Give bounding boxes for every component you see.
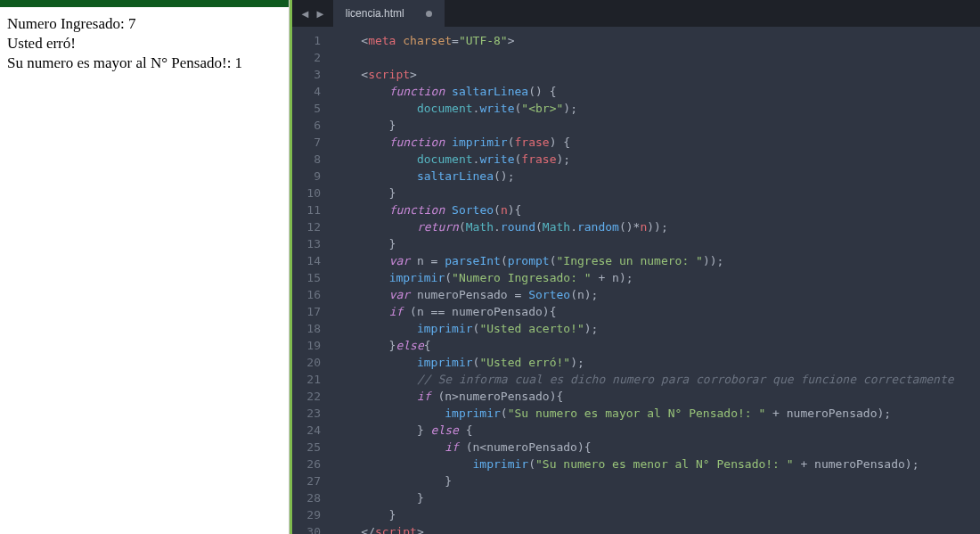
line-number: 25 — [292, 439, 321, 456]
browser-output: Numero Ingresado: 7 Usted erró! Su numer… — [0, 7, 289, 80]
code-line[interactable]: imprimir("Su numero es mayor al N° Pensa… — [333, 405, 980, 422]
code-line[interactable]: imprimir("Usted erró!"); — [333, 354, 980, 371]
code-line[interactable]: } — [333, 472, 980, 489]
code-line[interactable]: function saltarLinea() { — [333, 83, 980, 100]
code-line[interactable]: } else { — [333, 422, 980, 439]
code-line[interactable]: imprimir("Numero Ingresado: " + n); — [333, 269, 980, 286]
line-number: 21 — [292, 371, 321, 388]
line-number: 28 — [292, 489, 321, 506]
line-number: 9 — [292, 168, 321, 185]
line-number: 2 — [292, 49, 321, 66]
code-line[interactable]: function imprimir(frase) { — [333, 134, 980, 151]
code-line[interactable]: document.write(frase); — [333, 151, 980, 168]
code-line[interactable]: if (n == numeroPensado){ — [333, 303, 980, 320]
browser-toolbar — [0, 0, 289, 7]
line-number: 12 — [292, 218, 321, 235]
code-line[interactable]: // Se informa cual es dicho numero para … — [333, 371, 980, 388]
code-line[interactable]: saltarLinea(); — [333, 168, 980, 185]
code-line[interactable]: } — [333, 489, 980, 506]
output-line: Numero Ingresado: 7 — [7, 14, 282, 34]
tab-filename: licencia.html — [346, 7, 404, 20]
code-line[interactable]: var numeroPensado = Sorteo(n); — [333, 286, 980, 303]
code-editor[interactable]: 1234567891011121314151617181920212223242… — [292, 27, 980, 534]
line-number: 13 — [292, 235, 321, 252]
line-number: 27 — [292, 472, 321, 489]
code-line[interactable]: imprimir("Su numero es menor al N° Pensa… — [333, 456, 980, 472]
line-number: 23 — [292, 405, 321, 422]
code-line[interactable]: if (n<numeroPensado){ — [333, 439, 980, 456]
code-line[interactable]: }else{ — [333, 337, 980, 354]
line-number: 6 — [292, 117, 321, 134]
output-line: Usted erró! — [7, 34, 282, 53]
line-number: 15 — [292, 269, 321, 286]
line-number: 3 — [292, 66, 321, 83]
line-number: 22 — [292, 388, 321, 405]
code-line[interactable]: </script> — [333, 523, 980, 534]
line-number-gutter: 1234567891011121314151617181920212223242… — [292, 27, 330, 534]
code-line[interactable]: return(Math.round(Math.random()*n)); — [333, 218, 980, 235]
line-number: 26 — [292, 456, 321, 472]
code-line[interactable]: imprimir("Usted acerto!"); — [333, 320, 980, 337]
tab-licencia[interactable]: licencia.html — [333, 0, 445, 27]
code-line[interactable]: } — [333, 185, 980, 201]
code-line[interactable]: } — [333, 117, 980, 134]
output-line: Su numero es mayor al N° Pensado!: 1 — [7, 53, 282, 73]
code-line[interactable]: var n = parseInt(prompt("Ingrese un nume… — [333, 252, 980, 269]
code-editor-pane: ◄ ► licencia.html 1234567891011121314151… — [290, 0, 980, 534]
code-line[interactable]: } — [333, 506, 980, 523]
line-number: 1 — [292, 32, 321, 49]
line-number: 20 — [292, 354, 321, 371]
browser-preview-pane: Numero Ingresado: 7 Usted erró! Su numer… — [0, 0, 290, 534]
line-number: 19 — [292, 337, 321, 354]
line-number: 10 — [292, 185, 321, 201]
line-number: 8 — [292, 151, 321, 168]
line-number: 17 — [292, 303, 321, 320]
tab-bar: ◄ ► licencia.html — [292, 0, 980, 27]
code-line[interactable]: document.write("<br>"); — [333, 100, 980, 117]
code-line[interactable]: <meta charset="UTF-8"> — [333, 32, 980, 49]
line-number: 24 — [292, 422, 321, 439]
line-number: 5 — [292, 100, 321, 117]
code-line[interactable]: if (n>numeroPensado){ — [333, 388, 980, 405]
code-line[interactable]: function Sorteo(n){ — [333, 201, 980, 218]
line-number: 7 — [292, 134, 321, 151]
next-tab-icon[interactable]: ► — [314, 7, 326, 21]
line-number: 14 — [292, 252, 321, 269]
line-number: 30 — [292, 523, 321, 534]
line-number: 11 — [292, 201, 321, 218]
line-number: 29 — [292, 506, 321, 523]
tab-nav: ◄ ► — [292, 0, 333, 27]
line-number: 18 — [292, 320, 321, 337]
prev-tab-icon[interactable]: ◄ — [299, 7, 311, 21]
code-line[interactable]: <script> — [333, 66, 980, 83]
code-content[interactable]: <meta charset="UTF-8"> <script> function… — [330, 27, 980, 534]
unsaved-indicator-icon — [426, 11, 432, 17]
code-line[interactable]: } — [333, 235, 980, 252]
line-number: 16 — [292, 286, 321, 303]
code-line[interactable] — [333, 49, 980, 66]
line-number: 4 — [292, 83, 321, 100]
